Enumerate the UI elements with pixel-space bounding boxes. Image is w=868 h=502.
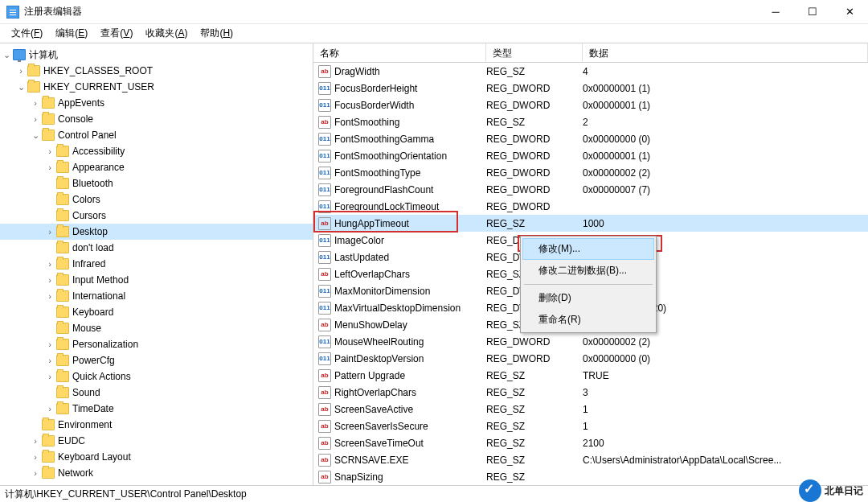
list-row[interactable]: 011FontSmoothingOrientationREG_DWORD0x00… — [313, 147, 868, 164]
tree-node-control-panel[interactable]: Control Panel — [0, 127, 313, 143]
list-row[interactable]: 011ForegroundLockTimeoutREG_DWORD — [313, 198, 868, 215]
ctx-rename[interactable]: 重命名(R) — [522, 309, 654, 331]
expander-icon[interactable] — [14, 82, 27, 93]
menu-favorites[interactable]: 收藏夹(A) — [139, 24, 194, 43]
expander-icon[interactable] — [43, 372, 56, 381]
tree-node-quick-actions[interactable]: Quick Actions — [0, 368, 313, 385]
tree-node-keyboard-layout[interactable]: Keyboard Layout — [0, 449, 313, 465]
tree-node-personalization[interactable]: Personalization — [0, 336, 313, 352]
folder-icon — [42, 130, 55, 141]
ctx-modify-binary[interactable]: 修改二进制数据(B)... — [522, 260, 654, 282]
tree-node-colors[interactable]: Colors — [0, 191, 313, 208]
expander-icon[interactable] — [43, 146, 56, 156]
list-row[interactable]: abRightOverlapCharsREG_SZ3 — [313, 384, 868, 401]
tree-node-eudc[interactable]: EUDC — [0, 433, 313, 449]
tree-node-hkey-classes-root[interactable]: HKEY_CLASSES_ROOT — [0, 63, 313, 79]
expander-icon[interactable] — [43, 339, 56, 349]
tree-node-environment[interactable]: Environment — [0, 417, 313, 433]
list-row[interactable]: abHungAppTimeoutREG_SZ1000 — [313, 215, 868, 232]
list-row[interactable]: abScreenSaveActiveREG_SZ1 — [313, 401, 868, 418]
list-row[interactable]: 011MouseWheelRoutingREG_DWORD0x00000002 … — [313, 333, 868, 350]
list-row[interactable]: 011FocusBorderWidthREG_DWORD0x00000001 (… — [313, 97, 868, 113]
tree-node-don-t-load[interactable]: don't load — [0, 240, 313, 256]
value-type: REG_SZ — [486, 471, 583, 483]
tree-node-infrared[interactable]: Infrared — [0, 256, 313, 272]
tree-node-desktop[interactable]: Desktop — [0, 224, 313, 240]
list-row[interactable]: abSCRNSAVE.EXEREG_SZC:\Users\Administrat… — [313, 451, 868, 468]
expander-icon[interactable] — [43, 291, 56, 301]
value-name: LastUpdated — [334, 252, 389, 263]
tree-label: Control Panel — [58, 130, 117, 141]
expander-icon[interactable] — [14, 66, 27, 76]
value-name: FontSmoothingOrientation — [334, 150, 447, 162]
tree-node-timedate[interactable]: TimeDate — [0, 401, 313, 417]
tree-node-cursors[interactable]: Cursors — [0, 208, 313, 224]
maximize-button[interactable]: ☐ — [794, 0, 831, 24]
tree-node-powercfg[interactable]: PowerCfg — [0, 352, 313, 368]
value-name: RightOverlapChars — [334, 387, 416, 398]
list-row[interactable]: 011FocusBorderHeightREG_DWORD0x00000001 … — [313, 80, 868, 97]
expander-icon[interactable] — [29, 114, 42, 124]
menu-help[interactable]: 帮助(H) — [194, 24, 240, 43]
list-row[interactable]: abScreenSaveTimeOutREG_SZ2100 — [313, 434, 868, 451]
menu-view[interactable]: 查看(V) — [94, 24, 139, 43]
ctx-delete[interactable]: 删除(D) — [522, 287, 654, 309]
dword-value-icon: 011 — [318, 82, 331, 95]
folder-icon — [56, 339, 69, 350]
menu-edit[interactable]: 编辑(E) — [49, 24, 94, 43]
value-type: REG_DWORD — [486, 167, 583, 179]
tree-node-appevents[interactable]: AppEvents — [0, 95, 313, 111]
tree-node-appearance[interactable]: Appearance — [0, 159, 313, 175]
expander-icon[interactable] — [29, 436, 42, 446]
expander-icon[interactable] — [29, 130, 42, 141]
value-data: 0x00000002 (2) — [583, 336, 868, 348]
tree-node-bluetooth[interactable]: Bluetooth — [0, 175, 313, 191]
expander-icon[interactable] — [43, 259, 56, 269]
close-button[interactable]: ✕ — [831, 0, 868, 24]
expander-icon[interactable] — [29, 98, 42, 108]
expander-icon[interactable] — [43, 404, 56, 414]
tree-node-sound[interactable]: Sound — [0, 385, 313, 401]
tree-node-keyboard[interactable]: Keyboard — [0, 304, 313, 320]
list-row[interactable]: abSnapSizingREG_SZ — [313, 468, 868, 485]
tree-node-international[interactable]: International — [0, 288, 313, 304]
tree-node-console[interactable]: Console — [0, 111, 313, 127]
column-data[interactable]: 数据 — [583, 43, 868, 62]
list-row[interactable]: abPattern UpgradeREG_SZTRUE — [313, 367, 868, 384]
list-row[interactable]: 011PaintDesktopVersionREG_DWORD0x0000000… — [313, 350, 868, 367]
folder-icon — [56, 387, 69, 398]
tree-panel[interactable]: 计算机HKEY_CLASSES_ROOTHKEY_CURRENT_USERApp… — [0, 43, 313, 485]
column-type[interactable]: 类型 — [486, 43, 583, 62]
list-row[interactable]: 011FontSmoothingGammaREG_DWORD0x00000000… — [313, 130, 868, 147]
menu-file[interactable]: 文件(F) — [5, 24, 49, 43]
tree-node--[interactable]: 计算机 — [0, 47, 313, 63]
expander-icon[interactable] — [43, 275, 56, 285]
folder-icon — [56, 307, 69, 318]
list-row[interactable]: abDragWidthREG_SZ4 — [313, 63, 868, 80]
folder-icon — [27, 65, 40, 76]
dword-value-icon: 011 — [318, 99, 331, 112]
expander-icon[interactable] — [29, 452, 42, 462]
list-row[interactable]: abFontSmoothingREG_SZ2 — [313, 113, 868, 130]
list-row[interactable]: 011FontSmoothingTypeREG_DWORD0x00000002 … — [313, 164, 868, 181]
tree-node-hkey-current-user[interactable]: HKEY_CURRENT_USER — [0, 79, 313, 95]
expander-icon[interactable] — [29, 468, 42, 478]
tree-node-mouse[interactable]: Mouse — [0, 320, 313, 336]
string-value-icon: ab — [318, 268, 331, 281]
value-name: HungAppTimeout — [334, 218, 409, 229]
list-row[interactable]: abScreenSaverIsSecureREG_SZ1 — [313, 418, 868, 434]
ctx-modify[interactable]: 修改(M)... — [522, 238, 654, 260]
tree-node-input-method[interactable]: Input Method — [0, 272, 313, 288]
minimize-button[interactable]: ─ — [757, 0, 794, 24]
list-row[interactable]: 011ForegroundFlashCountREG_DWORD0x000000… — [313, 181, 868, 198]
expander-icon[interactable] — [43, 163, 56, 172]
folder-icon — [56, 242, 69, 253]
column-name[interactable]: 名称 — [313, 43, 486, 62]
expander-icon[interactable] — [43, 227, 56, 237]
expander-icon[interactable] — [0, 50, 13, 60]
expander-icon[interactable] — [43, 356, 56, 365]
tree-node-network[interactable]: Network — [0, 465, 313, 481]
tree-node-accessibility[interactable]: Accessibility — [0, 143, 313, 159]
value-name: SnapSizing — [334, 471, 383, 483]
list-body[interactable]: 修改(M)... 修改二进制数据(B)... 删除(D) 重命名(R) abDr… — [313, 63, 868, 485]
